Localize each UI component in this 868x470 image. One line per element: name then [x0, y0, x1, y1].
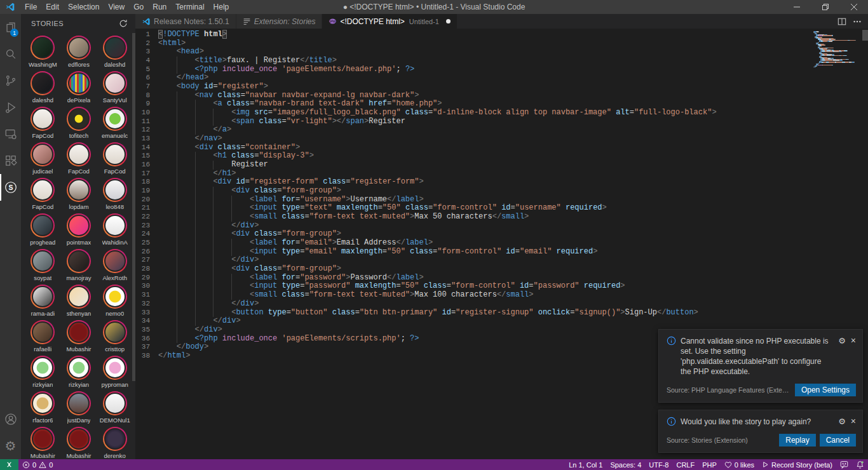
story-item[interactable]: pyproman — [97, 354, 133, 389]
replay-button[interactable]: Replay — [779, 434, 815, 446]
story-item[interactable]: FapCod — [25, 176, 61, 211]
story-item[interactable]: daleshd — [25, 69, 61, 105]
code-line[interactable]: 12</a> — [135, 126, 868, 135]
menu-terminal[interactable]: Terminal — [171, 0, 208, 14]
story-item[interactable]: rizkyian — [61, 354, 97, 389]
code-line[interactable]: 31<small class="form-text text-muted">Ma… — [135, 291, 868, 300]
code-line[interactable]: 33<button type="button" class="btn btn-p… — [135, 309, 868, 318]
story-item[interactable]: proghead — [25, 211, 61, 247]
code-line[interactable]: 13</nav> — [135, 135, 868, 144]
code-line[interactable]: 34</div> — [135, 317, 868, 326]
status-encoding[interactable]: UTF-8 — [645, 459, 672, 470]
minimap[interactable] — [813, 31, 862, 67]
story-item[interactable]: pointmax — [61, 211, 97, 247]
story-item[interactable]: AlexRoth — [97, 247, 133, 283]
source-control-icon[interactable] — [0, 67, 21, 94]
code-line[interactable]: 19<div class="form-group"> — [135, 187, 868, 196]
tab-release-notes-1-50-1[interactable]: Release Notes: 1.50.1 — [135, 14, 236, 29]
story-item[interactable]: Mubashir — [61, 318, 97, 354]
code-line[interactable]: 15<h1 class="display-3"> — [135, 152, 868, 161]
story-item[interactable]: nemo0 — [97, 283, 133, 318]
remote-explorer-icon[interactable] — [0, 121, 21, 147]
code-line[interactable]: 9<a class="navbar-brand text-dark" href=… — [135, 100, 868, 109]
tab-untitled-1[interactable]: php<!DOCTYPE html>Untitled-1 — [322, 14, 457, 29]
status-indentation[interactable]: Spaces: 4 — [606, 459, 645, 470]
menu-view[interactable]: View — [104, 0, 129, 14]
code-line[interactable]: 5<?php include_once 'pageElements/header… — [135, 65, 868, 74]
story-item[interactable]: FapCod — [25, 105, 61, 140]
code-line[interactable]: 3<head> — [135, 48, 868, 57]
story-item[interactable]: rizkyian — [25, 354, 61, 389]
story-item[interactable]: tofitech — [61, 105, 97, 140]
code-line[interactable]: 22<small class="form-text text-muted">Ma… — [135, 213, 868, 222]
code-line[interactable]: 2<html> — [135, 39, 868, 48]
story-item[interactable]: SantyVul — [97, 69, 133, 105]
story-item[interactable]: daleshd — [97, 34, 133, 69]
menu-help[interactable]: Help — [209, 0, 234, 14]
cancel-button[interactable]: Cancel — [820, 434, 856, 446]
refresh-icon[interactable] — [119, 19, 128, 28]
code-line[interactable]: 20<label for="username">Username</label> — [135, 196, 868, 205]
settings-icon[interactable]: ⚙ — [0, 433, 21, 459]
status-record-story[interactable]: Record Story (beta) — [758, 459, 836, 470]
code-line[interactable]: 24<div class="form-group"> — [135, 230, 868, 239]
minimize-button[interactable] — [782, 0, 811, 14]
story-item[interactable]: justDany — [61, 389, 97, 425]
code-line[interactable]: 26<input type="email" maxlength="50" cla… — [135, 248, 868, 257]
story-item[interactable]: sthenyan — [61, 283, 97, 318]
code-line[interactable]: 32</div> — [135, 300, 868, 309]
story-item[interactable]: leo848 — [97, 176, 133, 211]
code-line[interactable]: 29<label for="password">Password</label> — [135, 274, 868, 283]
tab-extension-stories[interactable]: Extension: Stories — [236, 14, 323, 29]
menu-go[interactable]: Go — [129, 0, 148, 14]
status-cursor-position[interactable]: Ln 1, Col 1 — [565, 459, 606, 470]
menu-selection[interactable]: Selection — [64, 0, 104, 14]
code-line[interactable]: 27</div> — [135, 256, 868, 265]
search-icon[interactable] — [0, 41, 21, 67]
code-line[interactable]: 21<input type="text" maxlength="50" clas… — [135, 204, 868, 213]
close-icon[interactable]: × — [851, 337, 856, 345]
code-line[interactable]: 1<!DOCTYPE html> — [135, 30, 868, 39]
more-actions-icon[interactable] — [853, 17, 862, 26]
code-line[interactable]: 8<nav class="navbar navbar-expand-lg nav… — [135, 91, 868, 100]
extensions-icon[interactable] — [0, 147, 21, 174]
status-likes[interactable]: 0 likes — [721, 459, 758, 470]
story-item[interactable]: WahidinA — [97, 211, 133, 247]
code-line[interactable]: 28<div class="form-group"> — [135, 265, 868, 274]
status-problems[interactable]: 00 — [18, 459, 57, 470]
story-item[interactable]: FapCod — [97, 140, 133, 176]
story-item[interactable]: rfactor6 — [25, 389, 61, 425]
story-item[interactable]: rafaelli — [25, 318, 61, 354]
explorer-icon[interactable]: 1 — [0, 14, 21, 41]
story-item[interactable]: WashingM — [25, 34, 61, 69]
split-editor-icon[interactable] — [837, 17, 846, 26]
code-line[interactable]: 30<input type="password" maxlength="50" … — [135, 282, 868, 291]
code-line[interactable]: 10<img src="images/full_logo_black.png" … — [135, 109, 868, 117]
story-item[interactable]: cristtop — [97, 318, 133, 354]
close-button[interactable] — [839, 0, 868, 14]
story-item[interactable]: emanuelc — [97, 105, 133, 140]
code-line[interactable]: 4<title>faux. | Register</title> — [135, 57, 868, 65]
status-feedback[interactable] — [836, 459, 852, 470]
story-item[interactable]: dePixela — [61, 69, 97, 105]
story-item[interactable]: edflores — [61, 34, 97, 69]
code-line[interactable]: 11<span class="vr-light"></span>Register — [135, 117, 868, 126]
story-item[interactable]: manojray — [61, 247, 97, 283]
story-item[interactable]: rama-adi — [25, 283, 61, 318]
close-icon[interactable]: × — [851, 417, 856, 426]
story-item[interactable]: lopdam — [61, 176, 97, 211]
status-notifications-bell[interactable] — [852, 459, 868, 470]
account-icon[interactable] — [0, 406, 21, 433]
story-item[interactable]: derenko — [97, 425, 133, 459]
status-eol[interactable]: CRLF — [672, 459, 698, 470]
menu-file[interactable]: File — [20, 0, 41, 14]
code-line[interactable]: 25<label for="email">Email Address</labe… — [135, 239, 868, 248]
open-settings-button[interactable]: Open Settings — [795, 384, 856, 396]
story-item[interactable]: judicael — [25, 140, 61, 176]
code-line[interactable]: 7<body id="register"> — [135, 83, 868, 91]
code-line[interactable]: 18<div id="register-form" class="registe… — [135, 178, 868, 187]
story-item[interactable]: Mubashir — [61, 425, 97, 459]
story-item[interactable]: DEMONul1 — [97, 389, 133, 425]
run-debug-icon[interactable] — [0, 94, 21, 121]
editor-scrollbar[interactable] — [862, 30, 868, 41]
